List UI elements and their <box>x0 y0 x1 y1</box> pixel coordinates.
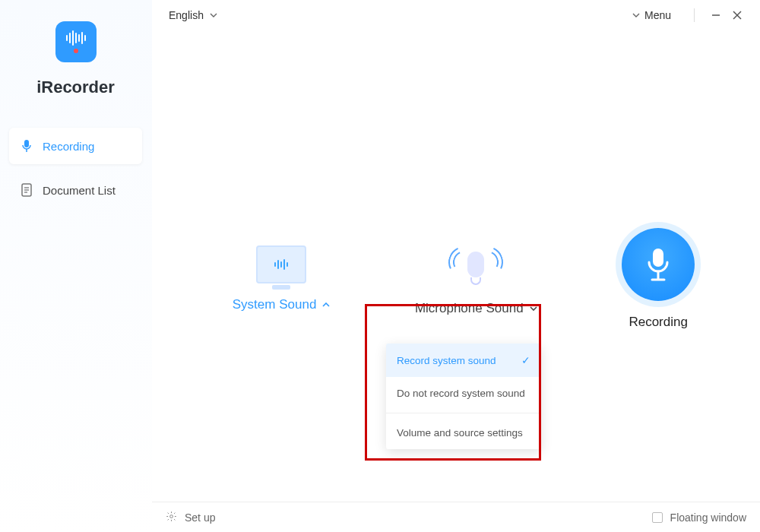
svg-rect-9 <box>653 249 663 267</box>
dropdown-option-record-system[interactable]: Record system sound ✓ <box>386 344 541 377</box>
microphone-sound-label: Microphone Sound <box>415 301 524 316</box>
setup-link[interactable]: Set up <box>185 511 215 524</box>
minimize-button[interactable] <box>705 5 727 26</box>
record-button[interactable] <box>622 228 695 301</box>
system-sound-label: System Sound <box>233 297 317 312</box>
document-icon <box>20 183 33 197</box>
close-icon <box>733 11 742 20</box>
microphone-source: Microphone Sound <box>415 242 537 316</box>
sidebar-item-label: Recording <box>43 140 94 153</box>
chevron-down-icon <box>210 13 217 17</box>
microphone-icon <box>643 245 673 283</box>
dropdown-option-label: Do not record system sound <box>397 388 525 399</box>
dropdown-option-label: Record system sound <box>397 355 496 366</box>
waveform-icon <box>274 259 288 270</box>
floating-window-label: Floating window <box>670 511 746 524</box>
dropdown-option-no-record-system[interactable]: Do not record system sound <box>386 377 541 410</box>
language-label: English <box>169 9 204 21</box>
chevron-down-icon <box>632 13 640 17</box>
stage: System Sound Microphone Sound <box>152 30 760 502</box>
system-sound-dropdown[interactable]: System Sound <box>233 297 331 312</box>
system-sound-dropdown-menu: Record system sound ✓ Do not record syst… <box>386 344 541 449</box>
menu-button[interactable]: Menu <box>632 9 671 21</box>
check-icon: ✓ <box>521 354 530 366</box>
record-section: Recording <box>622 228 695 330</box>
main-area: English Menu <box>152 0 760 532</box>
app-window: iRecorder Recording Document List Englis… <box>0 0 760 532</box>
dropdown-option-label: Volume and source settings <box>397 427 523 439</box>
gear-icon <box>166 511 177 524</box>
svg-point-12 <box>170 515 173 518</box>
footer: Set up Floating window <box>152 502 760 532</box>
chevron-up-icon <box>322 302 330 307</box>
menu-label: Menu <box>644 9 671 21</box>
chevron-down-icon <box>530 306 537 311</box>
close-button[interactable] <box>727 5 748 26</box>
divider <box>386 413 541 413</box>
dropdown-option-volume-settings[interactable]: Volume and source settings <box>386 416 541 449</box>
app-logo <box>55 21 97 62</box>
floating-window-checkbox[interactable] <box>652 512 663 523</box>
titlebar: English Menu <box>152 0 760 30</box>
record-dot-icon <box>74 49 78 53</box>
svg-rect-0 <box>24 140 29 147</box>
sidebar: iRecorder Recording Document List <box>0 0 152 532</box>
monitor-icon <box>256 245 306 283</box>
microphone-icon <box>453 242 499 287</box>
app-name: iRecorder <box>36 78 115 97</box>
minimize-icon <box>711 11 720 20</box>
sources-row: System Sound Microphone Sound <box>190 228 737 330</box>
divider <box>694 8 695 22</box>
sidebar-item-recording[interactable]: Recording <box>9 128 142 164</box>
microphone-sound-dropdown[interactable]: Microphone Sound <box>415 301 537 316</box>
sidebar-item-label: Document List <box>43 184 116 197</box>
microphone-icon <box>20 139 33 153</box>
language-selector[interactable]: English <box>169 9 217 21</box>
waveform-icon <box>66 30 86 46</box>
system-sound-source: System Sound <box>233 245 331 312</box>
sidebar-item-document-list[interactable]: Document List <box>9 172 142 208</box>
record-button-label: Recording <box>629 315 688 330</box>
sidebar-nav: Recording Document List <box>0 128 151 208</box>
